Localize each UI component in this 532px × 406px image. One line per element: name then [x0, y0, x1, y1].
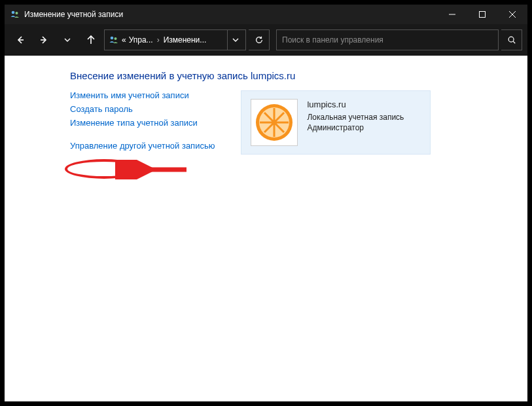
page-title: Внесение изменений в учетную запись lump… [70, 70, 514, 81]
svg-rect-3 [480, 12, 486, 18]
up-button[interactable] [80, 29, 101, 50]
searchbox[interactable] [276, 29, 499, 50]
account-name: lumpics.ru [307, 99, 404, 111]
window-frame: Изменение учетной записи [0, 0, 532, 406]
breadcrumb-item-2[interactable]: Изменени... [164, 35, 207, 45]
manage-other-link[interactable]: Управление другой учетной записью [70, 141, 215, 151]
breadcrumb-prefix: « [122, 35, 126, 45]
account-card[interactable]: lumpics.ru Локальная учетная запись Адми… [241, 90, 431, 155]
change-name-link[interactable]: Изменить имя учетной записи [70, 90, 215, 100]
minimize-button[interactable] [437, 5, 467, 24]
annotation-ellipse [65, 159, 143, 179]
account-info: lumpics.ru Локальная учетная запись Адми… [307, 99, 404, 133]
avatar [251, 99, 298, 146]
search-button[interactable] [501, 29, 522, 50]
window-title: Изменение учетной записи [24, 10, 123, 19]
svg-point-23 [272, 120, 277, 125]
maximize-button[interactable] [467, 5, 497, 24]
change-type-link[interactable]: Изменение типа учетной записи [70, 118, 215, 128]
svg-line-12 [513, 41, 515, 43]
account-type: Локальная учетная запись [307, 112, 404, 122]
chevron-right-icon: › [156, 35, 161, 45]
user-accounts-icon [109, 35, 119, 45]
recent-dropdown[interactable] [57, 29, 78, 50]
annotation-arrow-icon [95, 160, 193, 179]
svg-point-9 [111, 37, 114, 40]
content-area: Внесение изменений в учетную запись lump… [5, 56, 527, 401]
breadcrumb-dropdown[interactable] [227, 29, 243, 50]
svg-point-11 [508, 37, 514, 42]
forward-button[interactable] [33, 29, 54, 50]
navbar: « Упра... › Изменени... [5, 24, 527, 56]
actions-list: Изменить имя учетной записи Создать паро… [70, 90, 215, 155]
account-role: Администратор [307, 122, 404, 133]
create-password-link[interactable]: Создать пароль [70, 104, 215, 114]
breadcrumb[interactable]: « Упра... › Изменени... [104, 29, 246, 50]
titlebar: Изменение учетной записи [5, 5, 527, 24]
search-input[interactable] [282, 35, 493, 45]
breadcrumb-item-1[interactable]: Упра... [129, 35, 153, 45]
svg-point-1 [16, 12, 18, 14]
refresh-button[interactable] [249, 29, 270, 50]
back-button[interactable] [10, 29, 31, 50]
svg-point-0 [12, 11, 15, 14]
close-button[interactable] [497, 5, 527, 24]
svg-point-10 [115, 37, 117, 40]
user-accounts-icon [10, 9, 20, 20]
